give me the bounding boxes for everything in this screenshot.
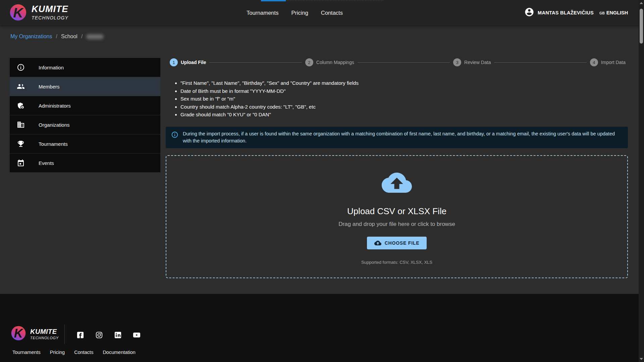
org-sidebar: Information Members Administrators Organ… [10,58,160,172]
info-icon [17,63,25,71]
calendar-icon [17,159,25,167]
svg-text:K: K [14,326,24,340]
scrollbar-thumb[interactable] [640,9,643,44]
trophy-icon [17,140,25,148]
step-number: 1 [170,58,178,66]
sidebar-item-tournaments[interactable]: Tournaments [10,134,160,154]
breadcrumb: My Organizations / School / [10,34,104,40]
page: K KUMITE TECHNOLOGY Tournaments Pricing … [0,0,644,362]
step-label: Import Data [601,60,626,65]
info-alert-text: During the import process, if a user is … [183,130,623,144]
breadcrumb-separator: / [56,34,57,40]
language-selector[interactable]: GB ENGLISH [599,10,628,15]
step-label: Column Mappings [316,60,354,65]
admin-shield-icon [17,102,25,110]
footer-link-tournaments[interactable]: Tournaments [12,350,41,355]
dropzone-subtitle: Drag and drop your file here or click to… [338,221,455,228]
step-connector [358,62,450,63]
breadcrumb-redacted-item [86,34,104,39]
import-rule: Date of Birth must be in format "YYYY-MM… [180,87,533,95]
step-connector [494,62,586,63]
footer-brand-logo[interactable]: K KUMITE TECHNOLOGY [11,325,59,342]
sidebar-item-administrators[interactable]: Administrators [10,96,160,115]
page-load-progress [261,0,286,1]
footer-brand-name: KUMITE [30,328,59,335]
sidebar-item-members[interactable]: Members [10,77,160,96]
sidebar-item-label: Organizations [39,122,70,128]
nav-contacts[interactable]: Contacts [321,10,343,16]
header-bar: K KUMITE TECHNOLOGY Tournaments Pricing … [0,0,644,25]
step-review-data: 3 Review Data [453,58,491,66]
footer: K KUMITE TECHNOLOGY [0,294,644,362]
avatar-icon [524,7,534,18]
step-label: Review Data [464,60,491,65]
import-rule: Grade should match "0 KYU" or "0 DAN" [180,111,533,119]
sidebar-item-information[interactable]: Information [10,58,160,77]
step-number: 2 [305,58,313,66]
footer-link-contacts[interactable]: Contacts [74,350,93,355]
step-number: 4 [590,58,598,66]
step-upload-file: 1 Upload File [170,58,206,66]
footer-link-pricing[interactable]: Pricing [50,350,65,355]
youtube-icon[interactable] [133,331,141,339]
step-label: Upload File [181,60,206,65]
language-label: ENGLISH [606,10,628,15]
choose-file-button-label: CHOOSE FILE [385,240,420,246]
group-icon [17,82,25,90]
step-connector [209,62,302,63]
sidebar-item-organizations[interactable]: Organizations [10,115,160,134]
footer-divider [64,324,65,344]
breadcrumb-my-organizations[interactable]: My Organizations [10,34,52,40]
import-info-alert: During the import process, if a user is … [166,127,628,148]
breadcrumb-school[interactable]: School [61,34,77,40]
kumite-logo-icon: K [9,4,27,21]
sidebar-item-label: Members [39,84,60,89]
step-column-mappings: 2 Column Mappings [305,58,354,66]
dropzone-title: Upload CSV or XLSX File [347,206,446,217]
building-icon [17,121,25,129]
sidebar-item-events[interactable]: Events [10,154,160,172]
sidebar-item-label: Information [39,65,64,70]
brand-logo[interactable]: K KUMITE TECHNOLOGY [9,4,68,21]
linkedin-icon[interactable] [114,331,122,339]
scrollbar-down-arrow[interactable] [640,358,643,360]
sidebar-item-label: Tournaments [39,141,68,147]
import-rules-list: "First Name", "Last Name", "Birthday", "… [174,79,533,119]
user-menu[interactable]: MANTAS BLAŽEVIČIUS GB ENGLISH [524,0,628,25]
scrollbar-up-arrow[interactable] [640,2,643,4]
page-scrollbar [639,0,644,362]
footer-nav-links: Tournaments Pricing Contacts Documentati… [12,350,136,355]
footer-social-links [76,331,141,339]
supported-formats-note: Supported formats: CSV, XLSX, XLS [361,260,432,265]
kumite-logo-icon: K [11,325,26,342]
import-rule: "First Name", "Last Name", "Birthday", "… [180,79,533,87]
nav-tournaments[interactable]: Tournaments [247,10,278,16]
footer-link-documentation[interactable]: Documentation [103,350,136,355]
import-rule: Sex must be in "f" or "m" [180,95,533,103]
user-name: MANTAS BLAŽEVIČIUS [538,10,594,15]
nav-pricing[interactable]: Pricing [291,10,308,16]
import-rule: Country should match Alpha-2 country cod… [180,103,533,111]
language-code: GB [599,11,605,15]
cloud-upload-icon [374,241,381,245]
import-stepper: 1 Upload File 2 Column Mappings 3 Review… [170,58,626,67]
step-number: 3 [453,58,461,66]
info-icon [171,131,178,138]
breadcrumb-separator: / [81,34,83,40]
svg-text:K: K [13,5,24,20]
file-dropzone[interactable]: Upload CSV or XLSX File Drag and drop yo… [166,155,628,278]
footer-brand-tagline: TECHNOLOGY [30,336,59,340]
main-nav: Tournaments Pricing Contacts [247,0,343,25]
page-load-progress-track [286,0,383,1]
choose-file-button[interactable]: CHOOSE FILE [367,237,427,249]
step-import-data: 4 Import Data [590,58,626,66]
instagram-icon[interactable] [95,331,103,339]
sidebar-item-label: Administrators [39,103,71,109]
sidebar-item-label: Events [39,160,54,166]
facebook-icon[interactable] [76,331,84,339]
brand-tagline: TECHNOLOGY [32,15,68,20]
brand-name: KUMITE [32,5,68,14]
cloud-upload-icon [382,173,412,194]
